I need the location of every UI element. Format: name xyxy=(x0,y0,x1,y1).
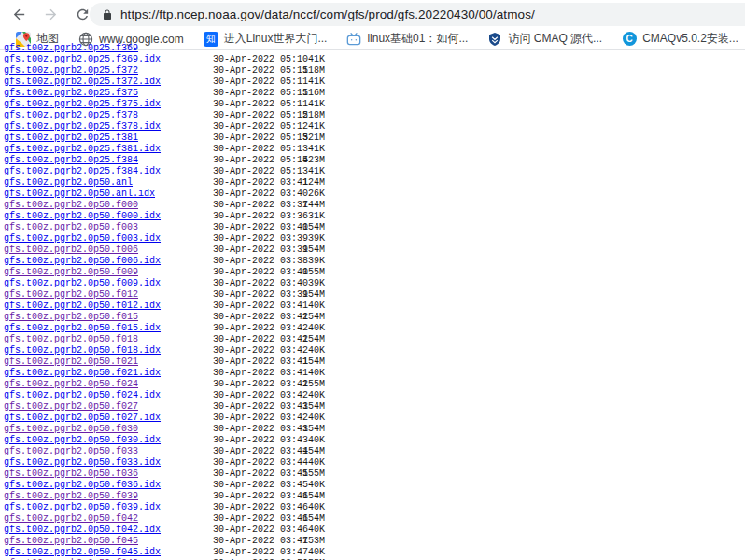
file-size: 40K xyxy=(280,390,325,401)
file-link[interactable]: gfs.t00z.pgrb2.0p25.f369.idx xyxy=(4,54,161,65)
file-row: gfs.t00z.pgrb2.0p50.f01830-Apr-2022 03:4… xyxy=(0,334,745,345)
file-link[interactable]: gfs.t00z.pgrb2.0p50.f003.idx xyxy=(4,233,161,245)
file-link[interactable]: gfs.t00z.pgrb2.0p50.f009.idx xyxy=(4,278,161,289)
file-link[interactable]: gfs.t00z.pgrb2.0p25.f384.idx xyxy=(4,166,161,177)
file-link[interactable]: gfs.t00z.pgrb2.0p50.f024 xyxy=(4,379,138,390)
address-bar[interactable]: https://ftp.ncep.noaa.gov/data/nccf/com/… xyxy=(90,3,745,26)
file-link[interactable]: gfs.t00z.pgrb2.0p50.f015.idx xyxy=(4,323,161,334)
file-size: 154M xyxy=(280,222,325,233)
file-size: 518M xyxy=(280,65,325,77)
file-row: gfs.t00z.pgrb2.0p50.f012.idx30-Apr-2022 … xyxy=(0,301,745,312)
file-size: 154M xyxy=(280,424,325,435)
file-size: 40K xyxy=(280,301,325,312)
file-link[interactable]: gfs.t00z.pgrb2.0p50.f024.idx xyxy=(4,390,161,401)
file-size: 523M xyxy=(280,155,325,166)
file-row: gfs.t00z.pgrb2.0p50.f009.idx30-Apr-2022 … xyxy=(0,278,745,289)
file-size: 154M xyxy=(280,401,325,413)
file-link[interactable]: gfs.t00z.pgrb2.0p50.f033 xyxy=(4,446,138,457)
file-row: gfs.t00z.pgrb2.0p50.f033.idx30-Apr-2022 … xyxy=(0,457,745,469)
file-link[interactable]: gfs.t00z.pgrb2.0p50.f012 xyxy=(4,289,138,301)
file-link[interactable]: gfs.t00z.pgrb2.0p50.f006 xyxy=(4,245,138,256)
file-row: gfs.t00z.pgrb2.0p50.f03030-Apr-2022 03:4… xyxy=(0,424,745,435)
file-link[interactable]: gfs.t00z.pgrb2.0p50.f000 xyxy=(4,200,138,211)
file-size: 40K xyxy=(280,345,325,357)
file-row: gfs.t00z.pgrb2.0p25.f384.idx30-Apr-2022 … xyxy=(0,166,745,177)
file-link[interactable]: gfs.t00z.pgrb2.0p50.f042 xyxy=(4,513,138,525)
file-row: gfs.t00z.pgrb2.0p50.f00930-Apr-2022 03:4… xyxy=(0,267,745,278)
file-size: 144M xyxy=(280,200,325,211)
file-link[interactable]: gfs.t00z.pgrb2.0p50.f030 xyxy=(4,424,138,435)
browser-toolbar: https://ftp.ncep.noaa.gov/data/nccf/com/… xyxy=(0,0,745,28)
file-link[interactable]: gfs.t00z.pgrb2.0p25.f381 xyxy=(4,133,138,144)
file-link[interactable]: gfs.t00z.pgrb2.0p50.f009 xyxy=(4,267,138,278)
file-size: 40K xyxy=(280,413,325,424)
file-size: 154M xyxy=(280,357,325,368)
file-link[interactable]: gfs.t00z.pgrb2.0p25.f369 xyxy=(4,43,138,54)
file-size: 154M xyxy=(280,334,325,345)
file-row: gfs.t00z.pgrb2.0p50.f02130-Apr-2022 03:4… xyxy=(0,357,745,368)
file-row: gfs.t00z.pgrb2.0p50.f021.idx30-Apr-2022 … xyxy=(0,368,745,379)
file-link[interactable]: gfs.t00z.pgrb2.0p50.anl.idx xyxy=(4,189,155,200)
file-row: gfs.t00z.pgrb2.0p50.f00630-Apr-2022 03:3… xyxy=(0,245,745,256)
file-link[interactable]: gfs.t00z.pgrb2.0p50.f021 xyxy=(4,357,138,368)
file-link[interactable]: gfs.t00z.pgrb2.0p50.f045.idx xyxy=(4,547,161,558)
file-link[interactable]: gfs.t00z.pgrb2.0p50.f021.idx xyxy=(4,368,161,379)
file-link[interactable]: gfs.t00z.pgrb2.0p50.f036.idx xyxy=(4,480,161,491)
file-link[interactable]: gfs.t00z.pgrb2.0p50.f027.idx xyxy=(4,413,161,424)
file-row: gfs.t00z.pgrb2.0p50.anl30-Apr-2022 03:41… xyxy=(0,177,745,189)
file-row: gfs.t00z.pgrb2.0p25.f375.idx30-Apr-2022 … xyxy=(0,99,745,110)
file-link[interactable]: gfs.t00z.pgrb2.0p25.f375.idx xyxy=(4,99,161,110)
file-link[interactable]: gfs.t00z.pgrb2.0p50.f033.idx xyxy=(4,457,161,469)
file-link[interactable]: gfs.t00z.pgrb2.0p50.f030.idx xyxy=(4,435,161,446)
file-size: 41K xyxy=(280,99,325,110)
file-link[interactable]: gfs.t00z.pgrb2.0p50.f039 xyxy=(4,491,138,502)
file-link[interactable]: gfs.t00z.pgrb2.0p50.f042.idx xyxy=(4,525,161,536)
file-size: 40K xyxy=(280,502,325,513)
file-row: gfs.t00z.pgrb2.0p25.f372.idx30-Apr-2022 … xyxy=(0,77,745,88)
file-link[interactable]: gfs.t00z.pgrb2.0p25.f372.idx xyxy=(4,77,161,88)
file-row: gfs.t00z.pgrb2.0p50.f045.idx30-Apr-2022 … xyxy=(0,547,745,558)
file-size: 39K xyxy=(280,256,325,267)
file-size: 41K xyxy=(280,166,325,177)
file-link[interactable]: gfs.t00z.pgrb2.0p50.f003 xyxy=(4,222,138,233)
file-link[interactable]: gfs.t00z.pgrb2.0p50.f012.idx xyxy=(4,301,161,312)
file-row: gfs.t00z.pgrb2.0p25.f38430-Apr-2022 05:1… xyxy=(0,155,745,166)
file-link[interactable]: gfs.t00z.pgrb2.0p50.anl xyxy=(4,177,133,189)
file-size: 41K xyxy=(280,144,325,155)
file-link[interactable]: gfs.t00z.pgrb2.0p50.f039.idx xyxy=(4,502,161,513)
file-size: 518M xyxy=(280,110,325,121)
file-size: 154M xyxy=(280,513,325,525)
file-link[interactable]: gfs.t00z.pgrb2.0p25.f384 xyxy=(4,155,138,166)
file-size: 31K xyxy=(280,211,325,222)
file-link[interactable]: gfs.t00z.pgrb2.0p50.f036 xyxy=(4,469,138,480)
file-link[interactable]: gfs.t00z.pgrb2.0p50.f045 xyxy=(4,536,138,547)
file-row: gfs.t00z.pgrb2.0p50.f015.idx30-Apr-2022 … xyxy=(0,323,745,334)
file-link[interactable]: gfs.t00z.pgrb2.0p25.f381.idx xyxy=(4,144,161,155)
file-link[interactable]: gfs.t00z.pgrb2.0p50.f000.idx xyxy=(4,211,161,222)
file-link[interactable]: gfs.t00z.pgrb2.0p50.f018 xyxy=(4,334,138,345)
file-link[interactable]: gfs.t00z.pgrb2.0p50.f027 xyxy=(4,401,138,413)
file-link[interactable]: gfs.t00z.pgrb2.0p50.f006.idx xyxy=(4,256,161,267)
file-row: gfs.t00z.pgrb2.0p50.f003.idx30-Apr-2022 … xyxy=(0,233,745,245)
file-row: gfs.t00z.pgrb2.0p50.f02730-Apr-2022 03:4… xyxy=(0,401,745,413)
file-link[interactable]: gfs.t00z.pgrb2.0p50.f015 xyxy=(4,312,138,323)
file-link[interactable]: gfs.t00z.pgrb2.0p25.f372 xyxy=(4,65,138,77)
file-row: gfs.t00z.pgrb2.0p25.f378.idx30-Apr-2022 … xyxy=(0,121,745,133)
file-size: 41K xyxy=(280,121,325,133)
file-size: 155M xyxy=(280,267,325,278)
file-size: 41K xyxy=(280,77,325,88)
file-link[interactable]: gfs.t00z.pgrb2.0p25.f378 xyxy=(4,110,138,121)
forward-button[interactable] xyxy=(37,1,63,27)
file-row: gfs.t00z.pgrb2.0p25.f369.idx30-Apr-2022 … xyxy=(0,54,745,65)
file-link[interactable]: gfs.t00z.pgrb2.0p25.f378.idx xyxy=(4,121,161,133)
file-link[interactable]: gfs.t00z.pgrb2.0p25.f375 xyxy=(4,88,138,99)
file-size: 516M xyxy=(280,88,325,99)
file-size: 26K xyxy=(280,189,325,200)
file-row: gfs.t00z.pgrb2.0p50.f03330-Apr-2022 03:4… xyxy=(0,446,745,457)
file-row: gfs.t00z.pgrb2.0p50.f01230-Apr-2022 03:3… xyxy=(0,289,745,301)
back-button[interactable] xyxy=(6,1,32,27)
file-link[interactable]: gfs.t00z.pgrb2.0p50.f018.idx xyxy=(4,345,161,357)
file-row: gfs.t00z.pgrb2.0p50.f039.idx30-Apr-2022 … xyxy=(0,502,745,513)
file-row: gfs.t00z.pgrb2.0p50.f024.idx30-Apr-2022 … xyxy=(0,390,745,401)
file-row: gfs.t00z.pgrb2.0p50.f03630-Apr-2022 03:4… xyxy=(0,469,745,480)
